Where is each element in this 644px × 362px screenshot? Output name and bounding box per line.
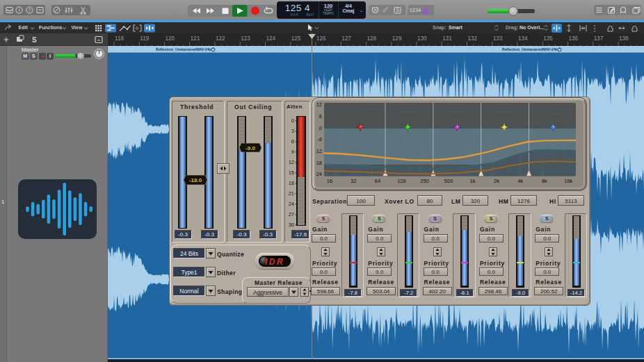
svg-text:27: 27 [289, 211, 294, 217]
svg-text:128: 128 [397, 178, 406, 184]
svg-text:119: 119 [140, 35, 149, 42]
svg-text:8k: 8k [542, 178, 547, 184]
svg-text:125: 125 [291, 35, 301, 42]
svg-text:i: i [19, 8, 20, 13]
svg-text:21: 21 [289, 190, 294, 197]
svg-text:128: 128 [367, 35, 377, 42]
svg-text:12: 12 [289, 159, 294, 165]
svg-text:124: 124 [266, 35, 276, 42]
svg-text:?: ? [29, 8, 31, 13]
svg-text:136: 136 [569, 35, 579, 42]
svg-text:122: 122 [216, 35, 225, 42]
svg-text:12: 12 [316, 101, 322, 108]
svg-text:132: 132 [468, 35, 478, 42]
svg-text:2k: 2k [494, 178, 499, 184]
svg-text:15: 15 [289, 170, 294, 176]
svg-text:137: 137 [594, 35, 604, 42]
svg-text:134: 134 [518, 35, 528, 42]
svg-text:9: 9 [291, 149, 294, 155]
svg-text:16: 16 [327, 178, 332, 184]
svg-text:6: 6 [291, 138, 294, 145]
svg-text:135: 135 [543, 35, 553, 42]
svg-text:121: 121 [191, 35, 200, 42]
svg-text:0: 0 [291, 117, 294, 124]
svg-text:126: 126 [316, 35, 326, 42]
svg-text:138: 138 [619, 35, 629, 42]
svg-text:127: 127 [341, 35, 351, 42]
svg-text:131: 131 [442, 35, 452, 42]
svg-text:64: 64 [375, 178, 380, 184]
svg-text:-9.0: -9.0 [245, 145, 255, 151]
svg-text:24: 24 [289, 201, 294, 207]
svg-text:250: 250 [420, 178, 429, 184]
svg-text:4k: 4k [517, 178, 523, 184]
svg-text:-18.0: -18.0 [189, 177, 202, 183]
svg-text:-6: -6 [317, 136, 322, 142]
svg-text:118: 118 [115, 35, 124, 42]
svg-text:S: S [32, 36, 37, 44]
svg-text:120: 120 [166, 35, 175, 42]
svg-text:S: S [396, 8, 399, 13]
svg-text:129: 129 [392, 35, 402, 42]
svg-text:-24: -24 [316, 171, 322, 177]
svg-text:16k: 16k [564, 178, 572, 184]
svg-text:-12: -12 [316, 148, 322, 154]
svg-text:130: 130 [417, 35, 427, 42]
svg-text:18: 18 [289, 180, 294, 186]
svg-text:1k: 1k [470, 178, 476, 184]
svg-text:133: 133 [493, 35, 503, 42]
svg-text:3: 3 [291, 128, 294, 134]
svg-text:500: 500 [444, 178, 453, 184]
svg-text:30: 30 [289, 222, 294, 228]
svg-text:0: 0 [319, 125, 322, 131]
svg-text:123: 123 [241, 35, 250, 42]
svg-text:6: 6 [319, 113, 322, 120]
svg-text:32: 32 [351, 178, 356, 184]
svg-text:-18: -18 [316, 160, 322, 166]
